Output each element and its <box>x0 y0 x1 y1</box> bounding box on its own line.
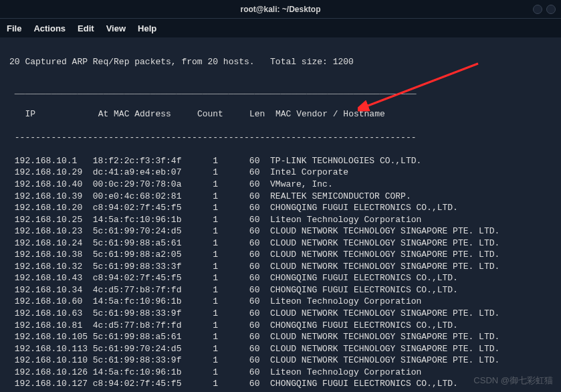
col-mac: At MAC Address <box>98 109 171 119</box>
table-row: 192.168.10.127 c8:94:02:7f:45:f5 1 60 CH… <box>9 378 552 390</box>
maximize-icon[interactable] <box>546 5 556 14</box>
table-row: 192.168.10.20 c8:94:02:7f:45:f5 1 60 CHO… <box>9 202 552 214</box>
table-row: 192.168.10.32 5c:61:99:88:33:3f 1 60 CLO… <box>9 261 552 273</box>
table-row: 192.168.10.25 14:5a:fc:10:96:1b 1 60 Lit… <box>9 214 552 226</box>
table-row: 192.168.10.39 00:e0:4c:68:02:81 1 60 REA… <box>9 191 552 203</box>
table-row: 192.168.10.43 c8:94:02:7f:45:f5 1 60 CHO… <box>9 272 552 284</box>
table-row: 192.168.10.110 5c:61:99:88:33:9f 1 60 CL… <box>9 355 552 367</box>
minimize-icon[interactable] <box>533 5 542 14</box>
table-row: 192.168.10.38 5c:61:99:88:a2:05 1 60 CLO… <box>9 249 552 261</box>
table-row: 192.168.10.34 4c:d5:77:b8:7f:fd 1 60 CHO… <box>9 284 552 296</box>
table-row: 192.168.10.105 5c:61:99:88:a5:61 1 60 CL… <box>9 331 552 343</box>
menu-help[interactable]: Help <box>138 23 156 33</box>
menu-view[interactable]: View <box>106 23 126 33</box>
menu-file[interactable]: File <box>7 23 21 33</box>
window-title: root@kali: ~/Desktop <box>240 5 320 14</box>
table-row: 192.168.10.1 18:f2:2c:f3:3f:4f 1 60 TP-L… <box>9 155 552 167</box>
col-vendor: MAC Vendor / Hostname <box>275 109 385 119</box>
table-row: 192.168.10.40 00:0c:29:70:78:0a 1 60 VMw… <box>9 179 552 191</box>
table-row: 192.168.10.81 4c:d5:77:b8:7f:fd 1 60 CHO… <box>9 320 552 332</box>
table-body: 192.168.10.1 18:f2:2c:f3:3f:4f 1 60 TP-L… <box>9 155 552 390</box>
summary-line: 20 Captured ARP Req/Rep packets, from 20… <box>9 56 552 68</box>
divider-mid: ----------------------------------------… <box>9 132 552 144</box>
col-len: Len <box>249 109 265 119</box>
watermark: CSDN @御七彩虹猫 <box>473 375 553 387</box>
table-header: IP At MAC Address Count Len MAC Vendor /… <box>9 108 552 120</box>
table-row: 192.168.10.63 5c:61:99:88:33:9f 1 60 CLO… <box>9 308 552 320</box>
col-ip: IP <box>25 109 35 119</box>
divider-top: ________________________________________… <box>9 85 552 97</box>
table-row: 192.168.10.24 5c:61:99:88:a5:61 1 60 CLO… <box>9 237 552 250</box>
menubar: File Actions Edit View Help <box>0 19 561 37</box>
menu-edit[interactable]: Edit <box>78 23 94 33</box>
table-row: 192.168.10.113 5c:61:99:70:24:d5 1 60 CL… <box>9 343 552 355</box>
titlebar: root@kali: ~/Desktop <box>0 0 561 19</box>
terminal-output[interactable]: 20 Captured ARP Req/Rep packets, from 20… <box>0 37 561 392</box>
window-controls <box>533 5 556 14</box>
table-row: 192.168.10.126 14:5a:fc:10:96:1b 1 60 Li… <box>9 367 552 379</box>
table-row: 192.168.10.23 5c:61:99:70:24:d5 1 60 CLO… <box>9 225 552 237</box>
table-row: 192.168.10.60 14:5a:fc:10:96:1b 1 60 Lit… <box>9 296 552 308</box>
table-row: 192.168.10.29 dc:41:a9:e4:eb:07 1 60 Int… <box>9 167 552 179</box>
col-count: Count <box>197 109 223 119</box>
menu-actions[interactable]: Actions <box>33 23 66 33</box>
